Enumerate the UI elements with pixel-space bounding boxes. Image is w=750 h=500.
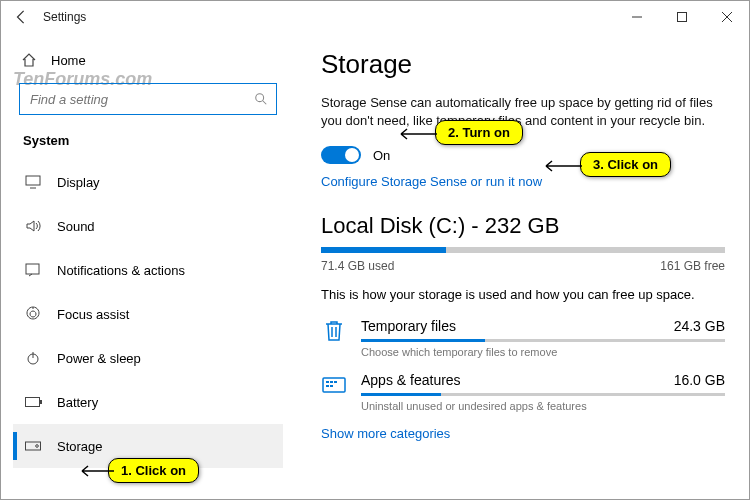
sidebar-item-notifications[interactable]: Notifications & actions	[13, 248, 283, 292]
back-button[interactable]	[9, 5, 33, 29]
show-more-categories-link[interactable]: Show more categories	[321, 426, 725, 441]
battery-icon	[25, 397, 41, 407]
search-box[interactable]	[19, 83, 277, 115]
callout-3-text: 3. Click on	[580, 152, 671, 177]
usage-explain: This is how your storage is used and how…	[321, 287, 725, 302]
callout-1-text: 1. Click on	[108, 458, 199, 483]
category-size: 24.3 GB	[674, 318, 725, 334]
category-size: 16.0 GB	[674, 372, 725, 388]
home-nav[interactable]: Home	[13, 41, 283, 79]
toggle-label: On	[373, 148, 390, 163]
sidebar-item-label: Battery	[57, 395, 98, 410]
category-name: Temporary files	[361, 318, 456, 334]
sidebar-item-battery[interactable]: Battery	[13, 380, 283, 424]
sidebar-item-label: Focus assist	[57, 307, 129, 322]
storage-sense-description: Storage Sense can automatically free up …	[321, 94, 725, 130]
svg-rect-15	[330, 381, 333, 383]
svg-rect-4	[26, 176, 40, 185]
category-name: Apps & features	[361, 372, 461, 388]
category-temporary-files[interactable]: Temporary files24.3 GB Choose which temp…	[321, 318, 725, 358]
category-apps-features[interactable]: Apps & features16.0 GB Uninstall unused …	[321, 372, 725, 412]
svg-rect-6	[26, 264, 39, 274]
category-sub: Choose which temporary files to remove	[361, 346, 725, 358]
trash-icon	[321, 318, 347, 344]
sidebar: TenForums.com Home System Display Sound …	[1, 33, 291, 500]
category-sub: Uninstall unused or undesired apps & fea…	[361, 400, 725, 412]
display-icon	[25, 175, 41, 189]
maximize-button[interactable]	[659, 1, 704, 33]
sidebar-item-power-sleep[interactable]: Power & sleep	[13, 336, 283, 380]
storage-icon	[25, 440, 41, 452]
sidebar-item-label: Notifications & actions	[57, 263, 185, 278]
callout-2-text: 2. Turn on	[435, 120, 523, 145]
close-button[interactable]	[704, 1, 749, 33]
sound-icon	[25, 219, 41, 233]
home-label: Home	[51, 53, 86, 68]
callout-1: 1. Click on	[108, 458, 199, 483]
content-area: Storage Storage Sense can automatically …	[291, 33, 749, 500]
svg-rect-16	[334, 381, 337, 383]
svg-point-2	[256, 94, 264, 102]
svg-rect-14	[326, 381, 329, 383]
sidebar-item-sound[interactable]: Sound	[13, 204, 283, 248]
callout-3: 3. Click on	[580, 152, 671, 177]
sidebar-item-label: Sound	[57, 219, 95, 234]
sidebar-item-display[interactable]: Display	[13, 160, 283, 204]
sidebar-item-label: Power & sleep	[57, 351, 141, 366]
sidebar-item-focus-assist[interactable]: Focus assist	[13, 292, 283, 336]
svg-rect-9	[26, 398, 40, 407]
focus-assist-icon	[25, 306, 41, 322]
sidebar-item-label: Display	[57, 175, 100, 190]
callout-2: 2. Turn on	[435, 120, 523, 145]
disk-free-label: 161 GB free	[660, 259, 725, 273]
title-bar: Settings	[1, 1, 749, 33]
disk-usage-bar	[321, 247, 725, 253]
search-icon	[254, 92, 268, 106]
svg-rect-17	[326, 385, 329, 387]
disk-used-label: 71.4 GB used	[321, 259, 394, 273]
svg-rect-18	[330, 385, 333, 387]
svg-line-3	[263, 101, 267, 105]
home-icon	[21, 52, 37, 68]
svg-point-12	[36, 445, 39, 448]
svg-rect-10	[40, 400, 42, 404]
notifications-icon	[25, 263, 41, 277]
power-icon	[25, 350, 41, 366]
apps-icon	[321, 372, 347, 398]
local-disk-heading: Local Disk (C:) - 232 GB	[321, 213, 725, 239]
sidebar-item-label: Storage	[57, 439, 103, 454]
storage-sense-toggle[interactable]	[321, 146, 361, 164]
window-title: Settings	[43, 10, 86, 24]
search-input[interactable]	[28, 91, 254, 108]
page-title: Storage	[321, 49, 725, 80]
svg-rect-1	[677, 13, 686, 22]
minimize-button[interactable]	[614, 1, 659, 33]
section-label: System	[13, 125, 283, 160]
